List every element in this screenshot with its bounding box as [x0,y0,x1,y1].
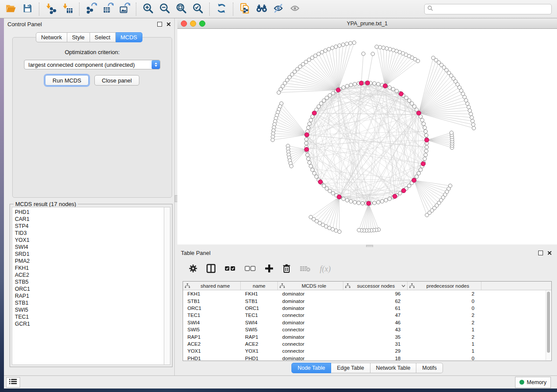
export-table-button[interactable] [100,2,116,17]
criterion-dropdown[interactable]: largest connected component (undirected) [24,60,160,69]
list-item[interactable]: GCR1 [15,320,164,327]
mcds-result-groupbox: MCDS result (17 nodes) PHD1 CAR1 STP4 TI… [10,204,173,367]
trash-icon [282,264,291,275]
tab-style[interactable]: Style [67,32,90,42]
hide-selected-button[interactable] [270,2,287,17]
close-panel-button[interactable]: Close panel [94,75,139,86]
attribute-icon [409,283,415,288]
list-item[interactable]: STB5 [15,279,164,285]
zoom-out-button[interactable] [156,2,173,17]
binoculars-icon [256,3,268,15]
table-settings-button[interactable] [189,264,197,274]
first-neighbors-button[interactable] [253,2,270,17]
table-row[interactable]: RAP1RAP1dominator352 [183,333,551,340]
list-item[interactable]: ACE2 [15,272,164,279]
list-item[interactable]: TEC1 [15,313,164,320]
table-row[interactable]: YOX1YOX1connector291 [183,347,551,354]
node-table: shared name name MCDS role successor nod… [183,281,552,361]
import-table-button[interactable] [59,2,76,17]
show-eye-icon [289,3,301,15]
list-item[interactable]: ORC1 [15,285,164,292]
zoom-selected-button[interactable] [190,2,206,17]
table-row[interactable]: FKH1FKH1dominator962 [183,290,551,297]
close-panel-icon[interactable] [547,251,552,255]
export-network-icon [86,3,97,15]
tab-node-table[interactable]: Node Table [291,363,331,373]
search-input[interactable] [433,6,549,13]
list-item[interactable]: PMA2 [15,258,164,265]
table-row[interactable]: SWI5SWI5connector431 [183,326,551,333]
table-scrollbar[interactable] [546,290,551,360]
show-columns-button[interactable] [206,264,216,275]
delete-table-icon [300,265,311,274]
plus-icon [265,264,273,274]
tab-select[interactable]: Select [90,32,116,42]
column-header-predecessor-nodes[interactable]: predecessor nodes [408,282,481,290]
tab-motifs[interactable]: Motifs [416,363,443,373]
memory-button[interactable]: Memory [515,377,551,388]
column-header-successor-nodes[interactable]: successor nodes [343,282,408,290]
list-item[interactable]: STB1 [15,299,164,306]
network-window-titlebar[interactable]: YPA_prune.txt_1 [177,18,557,29]
table-row[interactable]: PHD1PHD1dominator180 [183,355,551,362]
clone-network-button[interactable] [237,2,253,17]
select-all-button[interactable] [225,265,236,273]
gear-icon [189,264,197,274]
table-type-tabs: Node Table Edge Table Network Table Moti… [177,363,557,373]
function-builder-button: f(x) [320,265,331,274]
list-item[interactable]: SWI4 [15,244,164,251]
desktop-wallpaper-left [0,18,4,389]
mcds-list-scrollbar[interactable] [164,207,170,365]
zoom-selected-icon [192,3,204,15]
network-graph[interactable] [177,29,557,244]
control-panel-title: Control Panel [7,21,42,28]
table-row[interactable]: TEC1TEC1connector472 [183,312,551,319]
mcds-result-list[interactable]: PHD1 CAR1 STP4 TID3 YOX1 SWI4 SRD1 PMA2 … [12,207,165,365]
table-row[interactable]: SWI4SWI4dominator462 [183,319,551,326]
run-mcds-button[interactable]: Run MCDS [45,75,89,86]
search-box[interactable] [424,4,552,14]
sort-descending-icon [401,285,405,287]
network-view[interactable] [177,29,557,244]
add-column-button[interactable] [265,264,273,274]
list-item[interactable]: RAP1 [15,292,164,299]
column-header-name[interactable]: name [241,282,278,290]
float-window-icon[interactable] [157,22,162,27]
export-network-button[interactable] [83,2,100,17]
zoom-fit-button[interactable] [173,2,190,17]
task-history-button[interactable] [6,377,20,388]
list-item[interactable]: SWI5 [15,306,164,313]
list-item[interactable]: STP4 [15,223,164,230]
scrollbar-thumb[interactable] [547,292,550,353]
list-item[interactable]: SRD1 [15,251,164,258]
list-item[interactable]: YOX1 [15,237,164,244]
save-session-button[interactable] [19,2,36,17]
refresh-icon [216,3,227,15]
table-row[interactable]: ACE2ACE2connector311 [183,340,551,347]
zoom-in-button[interactable] [140,2,156,17]
list-item[interactable]: TID3 [15,230,164,237]
export-image-button[interactable] [116,2,133,17]
table-panel-titlebar: Table Panel [177,247,557,258]
list-item[interactable]: CAR1 [15,216,164,223]
column-header-mcds-role[interactable]: MCDS role [278,282,343,290]
tab-mcds[interactable]: MCDS [116,32,142,42]
column-header-shared-name[interactable]: shared name [183,282,241,290]
toolbar-separator [136,3,137,16]
table-row[interactable]: STB1STB1dominator620 [183,297,551,304]
list-item[interactable]: FKH1 [15,265,164,272]
delete-column-button[interactable] [282,264,291,275]
tab-network[interactable]: Network [36,32,67,42]
open-file-button[interactable] [3,2,19,17]
deselect-all-button[interactable] [245,265,256,273]
list-item[interactable]: PHD1 [15,209,164,216]
table-row[interactable]: ORC1ORC1dominator610 [183,305,551,312]
column-header-filler [481,282,551,290]
mcds-result-title: MCDS result (17 nodes) [14,201,78,207]
refresh-layout-button[interactable] [213,2,230,17]
float-window-icon[interactable] [538,251,543,255]
tab-edge-table[interactable]: Edge Table [331,363,370,373]
close-panel-icon[interactable] [166,22,171,27]
import-network-button[interactable] [43,2,59,17]
tab-network-table[interactable]: Network Table [370,363,417,373]
